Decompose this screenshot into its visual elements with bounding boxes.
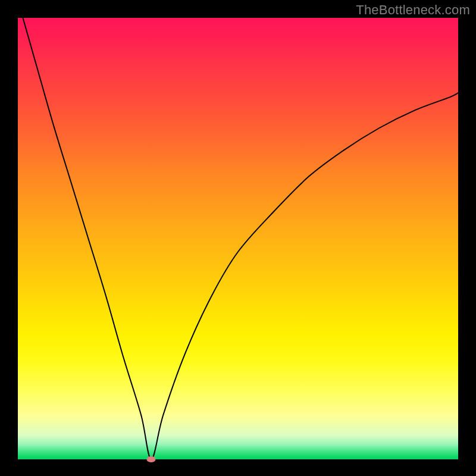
plot-area <box>18 18 458 459</box>
watermark-text: TheBottleneck.com <box>356 2 470 18</box>
chart-frame: TheBottleneck.com <box>0 0 476 476</box>
bottleneck-curve <box>18 18 458 459</box>
optimal-point-marker <box>147 456 156 462</box>
curve-layer <box>18 18 458 459</box>
